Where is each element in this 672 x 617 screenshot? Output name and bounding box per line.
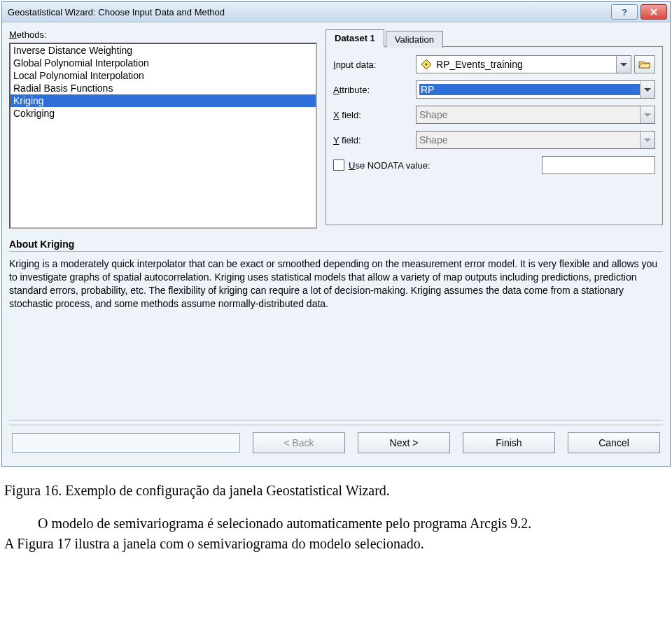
xfield-label: X field: [333,110,410,120]
method-item[interactable]: Global Polynomial Interpolation [10,57,316,69]
divider [9,251,663,252]
xfield-combo: Shape [416,106,655,124]
help-button[interactable]: ? [611,4,638,20]
tab-dataset1[interactable]: Dataset 1 [326,29,384,47]
next-button[interactable]: Next > [358,432,450,453]
method-item[interactable]: Inverse Distance Weighting [10,44,316,57]
client-area: Methods: Inverse Distance Weighting Glob… [2,22,670,466]
yfield-value: Shape [419,134,652,146]
top-area: Methods: Inverse Distance Weighting Glob… [9,29,663,229]
yfield-label: Y field: [333,135,410,146]
dropdown-arrow-icon [640,106,654,123]
yfield-combo: Shape [416,131,655,149]
row-xfield: X field: Shape [333,106,655,124]
caption-line1: Figura 16. Exemplo de configuração da ja… [4,481,668,501]
methods-pane: Methods: Inverse Distance Weighting Glob… [9,29,317,229]
folder-open-icon [638,59,651,70]
browse-button[interactable] [634,55,655,73]
status-field [12,433,240,453]
caption-line2: O modelo de semivariograma é selecionado… [4,513,668,534]
methods-listbox[interactable]: Inverse Distance Weighting Global Polyno… [9,43,317,229]
dropdown-arrow-icon[interactable] [616,56,631,73]
method-item[interactable]: Local Polynomial Interpolation [10,69,316,82]
methods-label-rest: ethods: [17,29,47,40]
nodata-checkbox[interactable] [333,159,344,171]
input-data-value: RP_Events_training [433,59,628,70]
row-attribute: Attribute: RP [333,80,655,99]
back-button: < Back [253,432,345,453]
divider [9,425,663,425]
cancel-button[interactable]: Cancel [568,432,660,453]
tabstrip: Dataset 1 Validation [326,29,663,47]
figure-caption: Figura 16. Exemplo de configuração da ja… [0,468,672,554]
svg-point-2 [426,64,428,66]
dropdown-arrow-icon[interactable] [640,81,654,98]
svg-text:?: ? [622,7,627,17]
window-title: Geostatistical Wizard: Choose Input Data… [8,7,611,17]
wizard-window: Geostatistical Wizard: Choose Input Data… [1,1,671,467]
divider [9,420,663,420]
finish-button[interactable]: Finish [463,432,555,453]
dropdown-arrow-icon [640,132,654,148]
close-button[interactable] [640,4,667,20]
about-title: About Kriging [9,239,663,250]
layer-icon [419,57,433,71]
nodata-input[interactable] [542,156,655,174]
xfield-value: Shape [419,109,652,120]
attribute-combo[interactable]: RP [416,80,655,99]
tab-validation[interactable]: Validation [386,31,443,48]
nodata-label: Use NODATA value: [349,160,430,171]
methods-label: Methods: [9,29,317,40]
method-item-selected[interactable]: Kriging [10,94,316,107]
titlebar: Geostatistical Wizard: Choose Input Data… [2,2,670,22]
row-yfield: Y field: Shape [333,131,655,149]
dataset-pane: Dataset 1 Validation Input data: RP_Even… [326,29,663,229]
row-input-data: Input data: RP_Events_training [333,55,655,73]
tab-body: Input data: RP_Events_training [326,46,663,225]
bottom-bar: < Back Next > Finish Cancel [9,430,663,459]
method-item[interactable]: Cokriging [10,107,316,120]
window-buttons: ? [611,4,667,20]
attribute-label: Attribute: [333,85,410,95]
about-body: Kriging is a moderately quick interpolat… [9,257,663,311]
method-item[interactable]: Radial Basis Functions [10,82,316,94]
attribute-value: RP [419,84,652,95]
input-data-combo[interactable]: RP_Events_training [416,55,631,73]
spacer [9,311,663,416]
input-data-label: Input data: [333,59,410,70]
about-section: About Kriging Kriging is a moderately qu… [9,239,663,311]
row-nodata: Use NODATA value: [333,156,655,174]
caption-line3: A Figura 17 ilustra a janela com o semiv… [4,534,668,554]
